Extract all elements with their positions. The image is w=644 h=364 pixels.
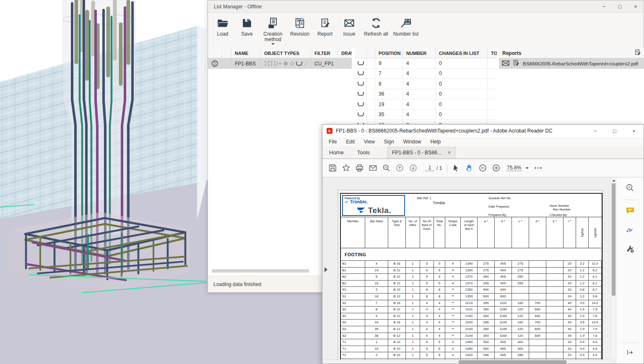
- more-tools-icon[interactable]: [535, 167, 542, 169]
- save-button[interactable]: Save: [235, 16, 259, 37]
- next-page-icon[interactable]: [409, 164, 417, 172]
- tab-home[interactable]: Home: [322, 146, 351, 159]
- schedule-row: B25B 1215541370260905260201.26.1: [341, 274, 602, 281]
- list-filter: CU_FP1: [311, 58, 338, 69]
- status-text: Loading data finished: [208, 281, 261, 287]
- menu-window[interactable]: Window: [399, 139, 426, 145]
- save-icon[interactable]: [328, 164, 337, 172]
- bent-bar-icon: [355, 79, 367, 89]
- column-header-changes-in-list[interactable]: CHANGES IN LIST: [436, 48, 488, 58]
- bookmark-star-icon[interactable]: [342, 164, 350, 172]
- acrobat-toolbar: 1 / 1 75.8%: [322, 159, 644, 177]
- report-row-selected[interactable]: BS86662005-RebarSchedWithTapered+coupler…: [499, 58, 644, 69]
- acrobat-titlebar[interactable]: FP1-BBS - 0 - BS86662005-RebarSchedWithT…: [322, 125, 644, 137]
- section-title: FOOTING: [341, 252, 366, 257]
- zoom-out-icon[interactable]: [478, 164, 487, 172]
- column-header-total[interactable]: TO: [488, 48, 497, 58]
- email-icon[interactable]: [369, 164, 377, 172]
- zoom-level-value[interactable]: 75.8%: [506, 165, 522, 171]
- changes-value: 0: [436, 79, 488, 89]
- load-button[interactable]: Load: [210, 16, 235, 37]
- list-row-selected[interactable]: FP1-BBS CU_FP1: [208, 58, 352, 69]
- fill-sign-tool-icon[interactable]: [626, 225, 635, 236]
- column-header-drawings[interactable]: DRAW: [338, 48, 352, 58]
- acrobat-window: FP1-BBS - 0 - BS86662005-RebarSchedWithT…: [322, 124, 644, 364]
- previous-page-icon[interactable]: [395, 164, 404, 172]
- refresh-icon: [370, 16, 382, 30]
- column-header-name[interactable]: NAME: [231, 48, 261, 58]
- menu-view[interactable]: View: [359, 139, 379, 145]
- tab-document[interactable]: FP1-BBS - 0 - BS86... ×: [387, 146, 455, 159]
- horizontal-scrollbar[interactable]: [322, 359, 610, 364]
- report-icon[interactable]: [513, 60, 519, 68]
- revision-button[interactable]: Revision: [287, 16, 313, 37]
- zoom-dropdown-caret[interactable]: [525, 167, 529, 169]
- page-number-input[interactable]: 1: [425, 165, 435, 171]
- mail-icon[interactable]: [502, 60, 509, 68]
- scroll-up-icon[interactable]: [612, 179, 615, 182]
- diamond-icon: [289, 61, 295, 66]
- vertical-scrollbar-thumb[interactable]: [612, 183, 615, 296]
- tab-close-icon[interactable]: ×: [448, 150, 451, 156]
- reports-header: Reports: [499, 48, 644, 58]
- number-list-button[interactable]: Number list: [391, 16, 421, 37]
- window-title: List Manager - Offline: [208, 4, 596, 10]
- reports-title: Reports: [502, 50, 634, 56]
- issue-button[interactable]: Issue: [337, 16, 361, 37]
- report-icon: [319, 16, 330, 30]
- open-panel-icon[interactable]: [626, 349, 634, 358]
- menu-sign[interactable]: Sign: [379, 139, 399, 145]
- maximize-button[interactable]: □: [612, 0, 628, 13]
- print-icon[interactable]: [355, 164, 364, 172]
- select-cursor-icon[interactable]: [452, 164, 460, 172]
- col-member: Member: [341, 217, 365, 248]
- column-header-number[interactable]: NUMBER: [403, 48, 436, 58]
- document-area[interactable]: Powered by Trimble. Tekla. Site Ref: 1 T…: [322, 177, 644, 364]
- comment-tool-icon[interactable]: [626, 206, 635, 217]
- prepared-by-label: Prepared By:: [488, 213, 507, 217]
- tab-tools[interactable]: Tools: [351, 146, 377, 159]
- hand-tool-icon[interactable]: [465, 164, 473, 172]
- menu-edit[interactable]: Edit: [341, 139, 359, 145]
- rev-number-label: Rev Number: [553, 208, 571, 211]
- close-button[interactable]: ×: [624, 125, 644, 137]
- number-list-label: Number list: [393, 31, 419, 37]
- spacer-cell: [367, 79, 375, 89]
- position-row[interactable]: 740: [355, 69, 497, 79]
- maximize-button[interactable]: □: [605, 125, 624, 137]
- search-tool-icon[interactable]: [626, 183, 634, 194]
- number-value: 4: [403, 69, 436, 79]
- vertical-scrollbar[interactable]: [610, 177, 616, 359]
- position-row[interactable]: 1940: [355, 99, 497, 110]
- menu-file[interactable]: File: [324, 139, 341, 145]
- menu-help[interactable]: Help: [426, 139, 446, 145]
- spacer-cell: [367, 89, 375, 99]
- column-header-position[interactable]: POSITION: [375, 48, 403, 58]
- horizontal-scrollbar-thumb[interactable]: [459, 360, 566, 364]
- left-panel-expand-icon[interactable]: [325, 267, 327, 272]
- schedule-section-row: FOOTING: [341, 248, 602, 261]
- list-manager-titlebar[interactable]: List Manager - Offline − □ ×: [208, 0, 644, 13]
- more-tools-wrench-icon[interactable]: [626, 244, 634, 255]
- creation-method-button[interactable]: Creation method: [259, 16, 287, 45]
- zoom-in-icon[interactable]: [492, 164, 500, 172]
- search-icon[interactable]: [382, 164, 390, 172]
- report-icon[interactable]: [634, 49, 641, 57]
- position-row[interactable]: 940: [355, 58, 497, 69]
- schedule-row: S235B 12144**21002801145120600401.97.5: [341, 326, 602, 333]
- position-row[interactable]: 3640: [355, 89, 497, 100]
- drawings-cell: [338, 58, 352, 69]
- column-header-object-types[interactable]: OBJECT TYPES: [261, 48, 311, 58]
- position-row[interactable]: 840: [355, 79, 497, 89]
- position-row[interactable]: 3540: [355, 110, 497, 120]
- refresh-all-button[interactable]: Refresh all: [361, 16, 391, 37]
- col-e: e *: [546, 217, 564, 248]
- minimize-button[interactable]: −: [596, 0, 612, 13]
- horizontal-scrollbar-thumb[interactable]: [212, 269, 309, 273]
- close-button[interactable]: ×: [628, 0, 644, 13]
- col-kg-mbr: kg/mbr: [589, 217, 602, 248]
- save-label: Save: [241, 31, 252, 37]
- report-button[interactable]: Report: [313, 16, 337, 37]
- column-header-filter[interactable]: FILTER: [311, 48, 338, 58]
- minimize-button[interactable]: −: [586, 125, 605, 137]
